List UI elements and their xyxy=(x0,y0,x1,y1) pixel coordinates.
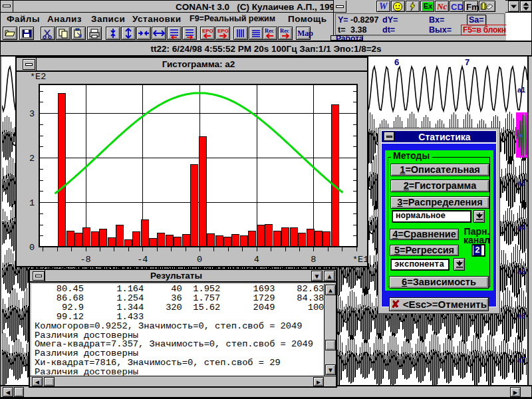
svg-text:-8: -8 xyxy=(80,255,90,265)
svg-text:*E2: *E2 xyxy=(30,72,46,82)
svg-text:6: 6 xyxy=(394,57,399,67)
svg-text:0: 0 xyxy=(197,255,202,265)
svg-text:a5: a5 xyxy=(517,267,525,275)
svg-text:-4: -4 xyxy=(137,255,148,265)
svg-text:a4: a4 xyxy=(517,223,526,231)
svg-text:8: 8 xyxy=(311,255,316,265)
svg-text:2: 2 xyxy=(29,154,35,164)
svg-text:a7: a7 xyxy=(517,356,525,364)
svg-text:a3: a3 xyxy=(517,179,525,187)
svg-text:7: 7 xyxy=(465,57,469,67)
svg-text:a6: a6 xyxy=(517,312,525,320)
svg-text:a1: a1 xyxy=(517,86,525,94)
svg-text:3: 3 xyxy=(29,109,35,119)
svg-text:4: 4 xyxy=(254,255,259,265)
svg-text:1: 1 xyxy=(29,198,35,208)
svg-text:*E1: *E1 xyxy=(352,255,368,265)
svg-text:0: 0 xyxy=(29,243,35,253)
